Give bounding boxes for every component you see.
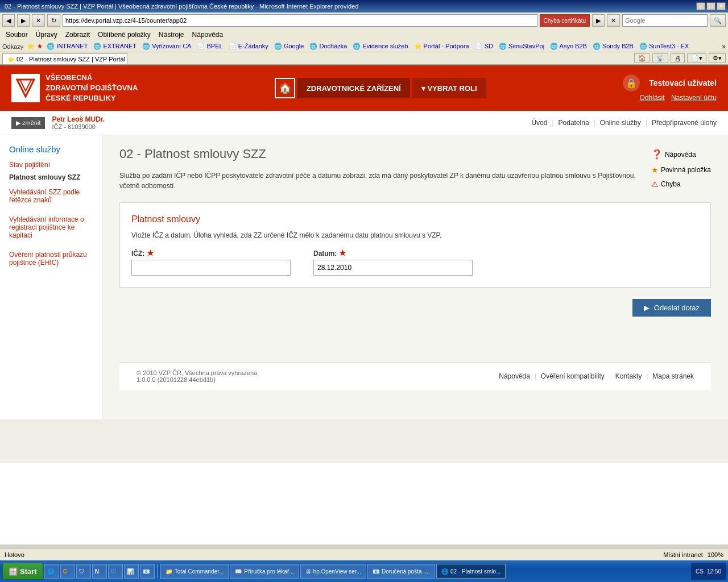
nav-uvod[interactable]: Úvod: [531, 119, 547, 127]
taskbar-n-btn[interactable]: N: [92, 564, 107, 579]
sidebar-link-vyhledavani-szz[interactable]: Vyhledávání SZZ podle řetězce znaků: [9, 188, 93, 204]
start-label: Start: [20, 567, 37, 576]
bookmark-intranet[interactable]: 🌐 INTRANET: [45, 42, 89, 51]
cert-error-button[interactable]: Chyba certifikátu: [540, 14, 590, 27]
title-bar: 02 - Platnost smlouvy SZZ | VZP Portál |…: [0, 0, 728, 13]
vzp-home-button[interactable]: 🏠: [275, 78, 295, 98]
feeds-btn[interactable]: 📡: [652, 53, 668, 63]
taskbar-total-commander[interactable]: 📁 Total Commander...: [160, 564, 229, 579]
page-description: Služba po zadání IČP nebo IČPP poskytova…: [119, 171, 711, 191]
bookmark-sondy[interactable]: 🌐 Sondy B2B: [591, 42, 635, 51]
user-name-link[interactable]: Petr Leoš MUDr.: [52, 115, 105, 123]
separator: [157, 564, 158, 578]
settings-link[interactable]: Nastavení účtu: [671, 94, 717, 102]
taskbar-hp-openview[interactable]: 🖥 hp OpenView ser...: [300, 564, 366, 579]
print-btn[interactable]: 🖨: [671, 53, 685, 63]
back-button[interactable]: ◀: [2, 14, 15, 27]
taskbar-w-btn[interactable]: W: [108, 564, 123, 579]
go-button[interactable]: ▶: [592, 14, 605, 27]
menu-nastroje[interactable]: Nástroje: [155, 30, 188, 40]
logout-link[interactable]: Odhlásit: [640, 94, 665, 102]
nav-online-sluzby[interactable]: Online služby: [600, 119, 641, 127]
bookmark-suntest[interactable]: 🌐 SunTest3 - EX: [638, 42, 690, 51]
sidebar-active-platnost: Platnost smlouvy SZZ: [9, 173, 93, 181]
submit-icon: ▶: [644, 304, 650, 312]
taskbar-prirucka[interactable]: 📖 Příručka pro lékař...: [230, 564, 299, 579]
menu-soubor[interactable]: Soubor: [2, 30, 31, 40]
nav-predpripravene[interactable]: Předpřipravené úlohy: [652, 119, 717, 127]
taskbar-mail-btn[interactable]: 📧: [140, 564, 155, 579]
footer-napoveda[interactable]: Nápověda: [499, 372, 530, 380]
icz-input[interactable]: [131, 260, 291, 276]
footer-kompatibilita[interactable]: Ověření kompatibility: [541, 372, 605, 380]
bookmark-google[interactable]: 🌐 Google: [272, 42, 306, 51]
taskbar-ie-icon[interactable]: 🌐: [44, 564, 59, 579]
minimize-button[interactable]: –: [696, 2, 705, 10]
taskbar-excel-btn[interactable]: 📊: [124, 564, 139, 579]
menu-upravy[interactable]: Úpravy: [32, 30, 61, 40]
start-icon: 🪟: [9, 567, 18, 576]
lock-icon: 🔒: [623, 74, 640, 92]
close-button[interactable]: ✕: [717, 2, 726, 10]
bookmark-ezadanky[interactable]: 📄 E-Žádanky: [227, 42, 270, 51]
bookmark-evidence[interactable]: 🌐 Evidence služeb: [351, 42, 410, 51]
tab-label: 02 - Platnost smlouvy SZZ | VZP Portál |…: [16, 56, 127, 63]
status-bar: Hotovo Místní intranet 100%: [0, 548, 728, 560]
sys-tray: CS 12:50: [691, 563, 726, 580]
taskbar-dorucena-label: Doručená pošta -...: [382, 568, 430, 575]
submit-button[interactable]: ▶ Odeslat dotaz: [632, 299, 711, 317]
footer-mapa[interactable]: Mapa stránek: [652, 372, 694, 380]
fav-star: ★: [37, 43, 43, 50]
taskbar-shield-btn[interactable]: 🛡: [76, 564, 91, 579]
vzp-nav-center: 🏠 ZDRAVOTNICKÉ ZAŘÍZENÍ ▾ VYBRAT ROLI: [275, 78, 486, 98]
sidebar-link-ehic[interactable]: Ověření platnosti průkazu pojištnce (EHI…: [9, 251, 93, 267]
taskbar-dorucena[interactable]: 📧 Doručená pošta -...: [367, 564, 435, 579]
sub-nav: ▶ změnit Petr Leoš MUDr. IČZ - 61039000 …: [0, 111, 728, 135]
menu-napoveda[interactable]: Nápověda: [189, 30, 227, 40]
start-button[interactable]: 🪟 Start: [2, 563, 43, 580]
tools-btn[interactable]: ⚙▾: [709, 53, 726, 63]
datum-input[interactable]: [313, 260, 473, 276]
change-role-button[interactable]: ▶ změnit: [11, 117, 45, 129]
vzp-nav-role[interactable]: ▾ VYBRAT ROLI: [412, 78, 486, 98]
vzp-nav-healthcare[interactable]: ZDRAVOTNICKÉ ZAŘÍZENÍ: [297, 78, 410, 98]
sidebar-link-registrace[interactable]: Vyhledávání informace o registraci pojiš…: [9, 215, 93, 239]
sidebar-link-stav[interactable]: Stav pojištění: [9, 161, 93, 169]
search-input[interactable]: [622, 14, 708, 27]
bookmark-portal-support[interactable]: ⭐ Portál - Podpora: [412, 42, 471, 51]
more-bookmarks[interactable]: »: [722, 43, 726, 51]
menu-zobrazit[interactable]: Zobrazit: [62, 30, 93, 40]
clock: 12:50: [707, 568, 721, 575]
maximize-button[interactable]: □: [706, 2, 715, 10]
browser-tab-main[interactable]: ⭐ 02 - Platnost smlouvy SZZ | VZP Portál…: [2, 53, 127, 64]
sidebar-title: Online služby: [9, 144, 93, 154]
address-input[interactable]: [63, 14, 537, 27]
bookmark-ca[interactable]: 🌐 Vyřizování CA: [140, 42, 193, 51]
home-quick-btn[interactable]: 🏠: [634, 53, 650, 63]
bookmark-simustav[interactable]: 🌐 SimuStavPoj: [497, 42, 546, 51]
bookmark-bpel[interactable]: 📄 BPEL: [195, 42, 224, 51]
bookmark-sd[interactable]: 📄 SD: [473, 42, 495, 51]
bookmark-dochazka[interactable]: 🌐 Docházka: [308, 42, 349, 51]
page-tools-btn[interactable]: 📄▾: [687, 53, 706, 63]
nav-podatelna[interactable]: Podatelna: [559, 119, 589, 127]
stop-button[interactable]: ✕: [32, 14, 45, 27]
footer-kontakty[interactable]: Kontakty: [615, 372, 642, 380]
title-bar-buttons: – □ ✕: [696, 2, 726, 10]
page-content: ❓ Nápověda ★ Povinná položka ⚠ Chyba 02 …: [102, 135, 728, 419]
forward-button[interactable]: ▶: [17, 14, 30, 27]
bookmark-extranet[interactable]: 🌐 EXTRANET: [92, 42, 138, 51]
vzp-user-links: Odhlásit Nastavení účtu: [623, 94, 717, 102]
refresh-button[interactable]: ↻: [47, 14, 60, 27]
close-tab-button[interactable]: ✕: [607, 14, 620, 27]
taskbar-c-btn[interactable]: C: [60, 564, 75, 579]
bookmarks-label: Odkazy: [2, 43, 23, 50]
icz-field: IČZ: ★: [131, 248, 291, 276]
menu-oblibene[interactable]: Oblíbené položky: [94, 30, 154, 40]
form-box: Platnost smlouvy Vložte IČZ a datum. Úlo…: [119, 202, 711, 288]
bookmark-asyn[interactable]: 🌐 Asyn B2B: [548, 42, 589, 51]
search-go-button[interactable]: 🔍: [710, 14, 726, 27]
main-scroll-area[interactable]: VŠEOBECNÁ ZDRAVOTNÍ POJIŠŤOVNA ČESKÉ REP…: [0, 65, 728, 544]
taskbar-vzp-platnost[interactable]: 🌐 02 - Platnost smlo...: [436, 564, 506, 579]
title-bar-text: 02 - Platnost smlouvy SZZ | VZP Portál |…: [2, 3, 358, 10]
